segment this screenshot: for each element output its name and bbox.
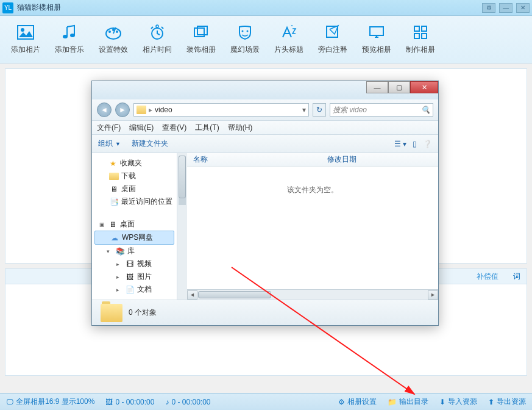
status-bar: 🖵全屏相册16:9 显示100% 🖼0 - 00:00:00 ♪0 - 00:0… [0, 393, 532, 410]
output-dir-button[interactable]: 📁输出目录 [388, 397, 428, 407]
svg-point-3 [70, 34, 75, 37]
dialog-max-button[interactable]: ▢ [388, 81, 410, 93]
tree-downloads[interactable]: 下载 [92, 170, 177, 182]
docs-icon: 📄 [125, 286, 135, 294]
dialog-close-button[interactable]: ✕ [410, 81, 438, 93]
folder-icon: 📁 [388, 398, 397, 406]
tree-library[interactable]: ▾📚库 [92, 245, 177, 257]
menu-file[interactable]: 文件(F) [97, 123, 121, 133]
forward-button[interactable]: ► [115, 103, 130, 117]
desktop-icon: 🖥 [109, 185, 119, 193]
add-photo-button[interactable]: 添加相片 [11, 24, 40, 55]
preview-button[interactable]: 预览相册 [362, 24, 391, 55]
scroll-right-arrow[interactable]: ► [428, 290, 438, 300]
minimize-button[interactable]: — [499, 3, 512, 13]
tab-ci[interactable]: 词 [513, 272, 520, 282]
back-button[interactable]: ◄ [97, 103, 112, 117]
menu-view[interactable]: 查看(V) [162, 123, 186, 133]
gear-icon: ⚙ [338, 398, 345, 406]
monitor-icon [368, 24, 385, 41]
view-mode-button[interactable]: ☰ ▾ [394, 140, 406, 148]
folder-large-icon [101, 304, 122, 322]
svg-rect-18 [414, 34, 419, 38]
file-list[interactable]: 名称 修改日期 该文件夹为空。 ◄ ► [187, 153, 438, 300]
library-icon: 📚 [115, 247, 125, 256]
palette-icon [105, 24, 122, 41]
magic-scene-button[interactable]: 魔幻场景 [230, 24, 260, 55]
settings-icon[interactable]: ⚙ [482, 3, 495, 13]
col-name[interactable]: 名称 [193, 154, 327, 165]
file-open-dialog: — ▢ ✕ ◄ ► ▸ video ▾ ↻ 搜索 video 🔍 文件(F) 编… [91, 81, 439, 326]
tree-pictures[interactable]: ▸🖼图片 [92, 270, 177, 283]
svg-point-7 [116, 31, 118, 33]
tree-desktop-fav[interactable]: 🖥桌面 [92, 182, 177, 195]
edit-icon [324, 24, 341, 41]
tree-wps[interactable]: ☁WPS网盘 [94, 231, 174, 245]
download-folder-icon [109, 172, 119, 181]
photo-time-button[interactable]: 相片时间 [143, 24, 172, 55]
make-button[interactable]: 制作相册 [406, 24, 435, 55]
search-input[interactable]: 搜索 video 🔍 [330, 103, 433, 117]
add-music-button[interactable]: 添加音乐 [55, 24, 84, 55]
photo-icon [17, 24, 34, 41]
svg-point-12 [242, 31, 244, 32]
menu-tools[interactable]: 工具(T) [195, 123, 219, 133]
new-folder-button[interactable]: 新建文件夹 [132, 138, 168, 149]
tree-scrollbar[interactable] [177, 153, 187, 300]
note-small-icon: ♪ [165, 398, 169, 406]
tree-recent[interactable]: 📑最近访问的位置 [92, 195, 177, 208]
empty-message: 该文件夹为空。 [187, 167, 438, 289]
svg-point-9 [156, 25, 158, 27]
preview-pane-button[interactable]: ▯ [413, 140, 417, 148]
dialog-footer: 0 个对象 [92, 300, 438, 325]
export-icon: ⬆ [488, 398, 494, 406]
album-settings-button[interactable]: ⚙相册设置 [338, 397, 377, 407]
video-icon: 🎞 [125, 260, 135, 268]
dialog-min-button[interactable]: — [366, 81, 388, 93]
dialog-titlebar[interactable]: — ▢ ✕ [92, 81, 438, 99]
path-breadcrumb[interactable]: ▸ video ▾ [133, 103, 309, 117]
import-resource-button[interactable]: ⬇导入资源 [439, 397, 477, 407]
tab-comp[interactable]: 补偿值 [477, 272, 498, 282]
comment-button[interactable]: 旁白注释 [318, 24, 347, 55]
list-header[interactable]: 名称 修改日期 [187, 153, 438, 167]
refresh-button[interactable]: ↻ [313, 103, 326, 117]
music-icon [61, 24, 78, 41]
deco-album-button[interactable]: 装饰相册 [186, 24, 216, 55]
list-scrollbar[interactable]: ◄ ► [187, 289, 438, 300]
search-icon: 🔍 [421, 106, 430, 114]
close-button[interactable]: ✕ [516, 3, 530, 13]
deco-icon [193, 24, 210, 41]
tree-favorites[interactable]: ★收藏夹 [92, 157, 177, 170]
scroll-left-arrow[interactable]: ◄ [187, 290, 197, 300]
menu-edit[interactable]: 编辑(E) [129, 123, 154, 133]
status-screen: 🖵全屏相册16:9 显示100% [6, 397, 94, 407]
folder-icon [137, 106, 146, 114]
status-audio: ♪0 - 00:00:00 [165, 398, 210, 406]
mask-icon [236, 24, 254, 41]
dialog-nav: ◄ ► ▸ video ▾ ↻ 搜索 video 🔍 [92, 99, 438, 120]
app-title: 猫猫影楼相册 [17, 2, 61, 13]
export-resource-button[interactable]: ⬆导出资源 [488, 397, 526, 407]
organize-button[interactable]: 组织 ▼ [98, 138, 121, 149]
title-button[interactable]: 片头标题 [274, 24, 303, 55]
monitor-small-icon: 🖵 [6, 398, 13, 406]
svg-rect-16 [414, 26, 419, 31]
cloud-icon: ☁ [110, 234, 119, 242]
tree-desktop[interactable]: ▣🖥桌面 [92, 218, 177, 231]
col-date[interactable]: 修改日期 [327, 154, 356, 165]
svg-point-5 [108, 31, 111, 33]
svg-point-2 [63, 35, 68, 38]
help-button[interactable]: ❔ [423, 140, 432, 148]
desktop-icon: 🖥 [108, 220, 118, 229]
dialog-organize-bar: 组织 ▼ 新建文件夹 ☰ ▾ ▯ ❔ [92, 135, 438, 153]
tree-video[interactable]: ▸🎞视频 [92, 257, 177, 270]
set-effect-button[interactable]: 设置特效 [99, 24, 128, 55]
pictures-icon: 🖼 [125, 273, 135, 281]
tree-docs[interactable]: ▸📄文档 [92, 283, 177, 296]
svg-point-1 [21, 28, 24, 32]
menu-help[interactable]: 帮助(H) [228, 123, 253, 133]
folder-tree[interactable]: ★收藏夹 下载 🖥桌面 📑最近访问的位置 ▣🖥桌面 ☁WPS网盘 ▾📚库 ▸🎞视… [92, 153, 177, 300]
svg-rect-19 [422, 34, 427, 38]
svg-rect-17 [422, 26, 427, 31]
